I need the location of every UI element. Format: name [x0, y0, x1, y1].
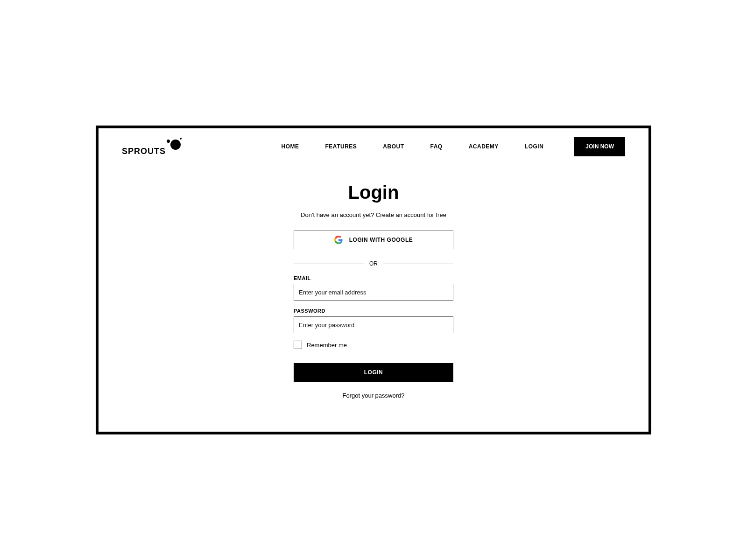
google-button-label: LOGIN WITH GOOGLE	[349, 237, 413, 243]
nav-login[interactable]: LOGIN	[525, 143, 544, 150]
remember-me-label: Remember me	[307, 342, 347, 349]
divider-line-left	[294, 264, 364, 264]
email-input[interactable]	[294, 284, 453, 301]
divider-line-right	[383, 264, 453, 264]
password-input[interactable]	[294, 316, 453, 333]
sprouts-icon	[167, 137, 183, 150]
brand-name: SPROUTS	[122, 147, 166, 156]
forgot-password-link[interactable]: Forgot your password?	[294, 392, 453, 399]
nav-faq[interactable]: FAQ	[430, 143, 442, 150]
nav-about[interactable]: ABOUT	[383, 143, 404, 150]
divider-text: OR	[369, 260, 378, 267]
login-with-google-button[interactable]: LOGIN WITH GOOGLE	[294, 231, 453, 249]
remember-me-row: Remember me	[294, 341, 453, 349]
remember-me-checkbox[interactable]	[294, 341, 302, 349]
main-content: Login Don't have an account yet? Create …	[99, 165, 648, 432]
google-icon	[334, 236, 343, 244]
login-form: LOGIN WITH GOOGLE OR EMAIL PASSWORD Reme…	[294, 231, 453, 399]
email-label: EMAIL	[294, 275, 453, 281]
signup-prompt[interactable]: Don't have an account yet? Create an acc…	[301, 211, 446, 218]
header: SPROUTS HOME FEATURES ABOUT FAQ ACADEMY …	[99, 128, 648, 165]
divider: OR	[294, 260, 453, 267]
brand-logo[interactable]: SPROUTS	[122, 137, 183, 156]
app-frame: SPROUTS HOME FEATURES ABOUT FAQ ACADEMY …	[96, 126, 651, 434]
login-button[interactable]: LOGIN	[294, 363, 453, 382]
password-label: PASSWORD	[294, 308, 453, 314]
page-title: Login	[348, 182, 399, 203]
nav-home[interactable]: HOME	[282, 143, 299, 150]
main-nav: HOME FEATURES ABOUT FAQ ACADEMY LOGIN JO…	[282, 137, 625, 156]
nav-academy[interactable]: ACADEMY	[469, 143, 499, 150]
join-now-button[interactable]: JOIN NOW	[574, 137, 625, 156]
nav-features[interactable]: FEATURES	[325, 143, 357, 150]
